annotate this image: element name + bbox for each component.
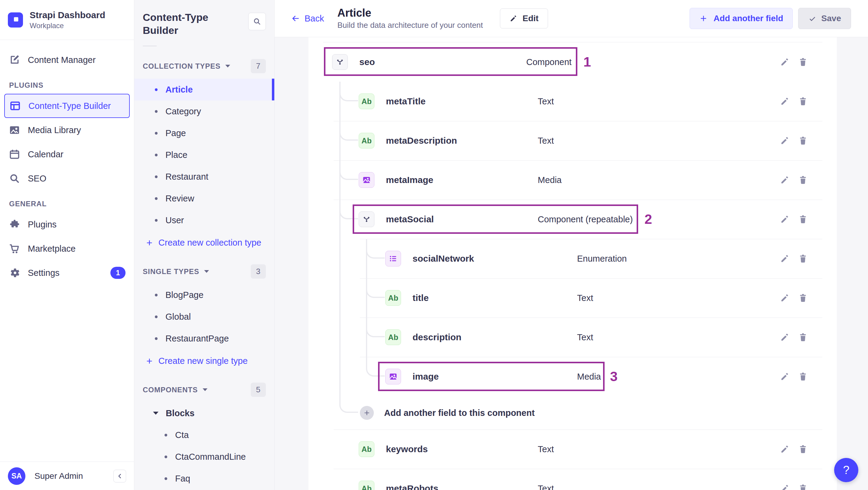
nav-seo[interactable]: SEO	[4, 166, 130, 190]
page-subtitle: Build the data architecture of your cont…	[337, 21, 483, 30]
chevron-down-icon[interactable]	[204, 270, 209, 273]
edit-label: Edit	[523, 13, 539, 23]
bullet-icon	[155, 110, 158, 113]
bullet-icon	[155, 315, 158, 318]
delete-field-button[interactable]	[798, 175, 808, 185]
collection-type-place[interactable]: Place	[134, 144, 274, 166]
edit-field-button[interactable]	[780, 371, 790, 382]
edit-field-button[interactable]	[780, 214, 790, 224]
item-label: BlogPage	[165, 290, 204, 300]
collection-type-user[interactable]: User	[134, 209, 274, 231]
field-row-metadescription: Ab metaDescription Text	[323, 121, 822, 160]
item-label: Faq	[175, 474, 190, 484]
field-type: Enumeration	[577, 254, 627, 264]
edit-field-button[interactable]	[780, 135, 790, 146]
search-button[interactable]	[248, 13, 266, 30]
item-label: Cta	[175, 430, 189, 440]
bullet-icon	[155, 219, 158, 222]
single-type-restaurantpage[interactable]: RestaurantPage	[134, 328, 274, 349]
field-row-description: Ab description Text	[323, 317, 822, 357]
item-label: Article	[165, 85, 193, 95]
collection-type-page[interactable]: Page	[134, 122, 274, 144]
save-button[interactable]: Save	[798, 8, 851, 29]
delete-field-button[interactable]	[798, 214, 808, 224]
media-field-icon	[385, 369, 401, 385]
field-name: keywords	[386, 444, 428, 454]
nav-calendar[interactable]: Calendar	[4, 142, 130, 166]
delete-field-button[interactable]	[798, 135, 808, 146]
edit-field-button[interactable]	[780, 175, 790, 185]
delete-field-button[interactable]	[798, 332, 808, 342]
nav-media-library[interactable]: Media Library	[4, 118, 130, 142]
component-cta[interactable]: Cta	[134, 424, 274, 446]
delete-field-button[interactable]	[798, 57, 808, 67]
delete-field-button[interactable]	[798, 253, 808, 264]
bullet-icon	[155, 337, 158, 340]
bullet-icon	[164, 477, 167, 480]
enumeration-field-icon	[385, 251, 401, 267]
nav-marketplace[interactable]: Marketplace	[4, 237, 130, 261]
create-label: Create new single type	[158, 356, 248, 366]
field-name: metaDescription	[386, 135, 457, 146]
component-faq[interactable]: Faq	[134, 468, 274, 489]
edit-field-button[interactable]	[780, 96, 790, 106]
create-collection-type-link[interactable]: + Create new collection type	[143, 231, 266, 254]
add-field-to-component-button[interactable]: Add another field to this component	[323, 396, 822, 429]
app-title: Strapi Dashboard	[30, 10, 105, 20]
edit-field-button[interactable]	[780, 253, 790, 264]
collapse-sidebar-button[interactable]	[114, 470, 126, 483]
edit-field-button[interactable]	[780, 483, 790, 490]
help-button[interactable]: ?	[834, 458, 858, 482]
item-label: RestaurantPage	[165, 334, 229, 344]
plus-icon	[360, 406, 374, 420]
single-types-count: 3	[251, 264, 266, 279]
delete-field-button[interactable]	[798, 444, 808, 454]
calendar-icon	[8, 148, 21, 160]
component-ctacommandline[interactable]: CtaCommandLine	[134, 446, 274, 468]
delete-field-button[interactable]	[798, 96, 808, 106]
edit-field-button[interactable]	[780, 444, 790, 454]
nav-content-type-builder[interactable]: Content-Type Builder	[4, 94, 130, 118]
item-label: User	[165, 215, 184, 225]
back-link[interactable]: Back	[291, 13, 324, 24]
delete-field-button[interactable]	[798, 293, 808, 303]
collection-type-category[interactable]: Category	[134, 100, 274, 122]
nav-plugins[interactable]: Plugins	[4, 212, 130, 237]
avatar[interactable]: SA	[8, 467, 25, 485]
field-row-keywords: Ab keywords Text	[323, 429, 822, 469]
delete-field-button[interactable]	[798, 371, 808, 382]
edit-field-button[interactable]	[780, 293, 790, 303]
cart-icon	[8, 243, 21, 255]
delete-field-button[interactable]	[798, 483, 808, 490]
field-row-socialnetwork: socialNetwork Enumeration	[323, 239, 822, 278]
nav-settings[interactable]: Settings 1	[4, 261, 130, 285]
collection-type-restaurant[interactable]: Restaurant	[134, 166, 274, 187]
field-type: Media	[538, 175, 562, 185]
nav-content-manager[interactable]: Content Manager	[4, 48, 130, 72]
search-icon	[8, 173, 21, 184]
picture-icon	[8, 124, 21, 136]
edit-field-button[interactable]	[780, 57, 790, 67]
text-field-icon: Ab	[385, 329, 401, 345]
field-name: metaRobots	[386, 483, 438, 490]
plugins-section-label: PLUGINS	[4, 81, 130, 90]
component-category-blocks[interactable]: Blocks	[143, 402, 266, 424]
collection-type-review[interactable]: Review	[134, 187, 274, 209]
single-type-global[interactable]: Global	[134, 306, 274, 328]
field-type: Text	[577, 293, 593, 303]
chevron-down-icon[interactable]	[225, 65, 230, 67]
collection-type-article[interactable]: Article	[134, 79, 274, 100]
edit-field-button[interactable]	[780, 332, 790, 342]
create-single-type-link[interactable]: + Create new single type	[143, 349, 266, 372]
single-type-blogpage[interactable]: BlogPage	[134, 284, 274, 306]
field-type: Text	[538, 444, 554, 454]
edit-button[interactable]: Edit	[500, 8, 548, 28]
field-name: title	[412, 293, 429, 303]
add-another-field-button[interactable]: Add another field	[689, 8, 793, 29]
item-label: Category	[165, 106, 201, 117]
nav-label: Calendar	[28, 149, 63, 159]
field-name: metaImage	[386, 175, 433, 185]
chevron-down-icon[interactable]	[203, 388, 208, 391]
field-name: description	[412, 332, 462, 342]
workspace-name: Workplace	[30, 22, 105, 30]
